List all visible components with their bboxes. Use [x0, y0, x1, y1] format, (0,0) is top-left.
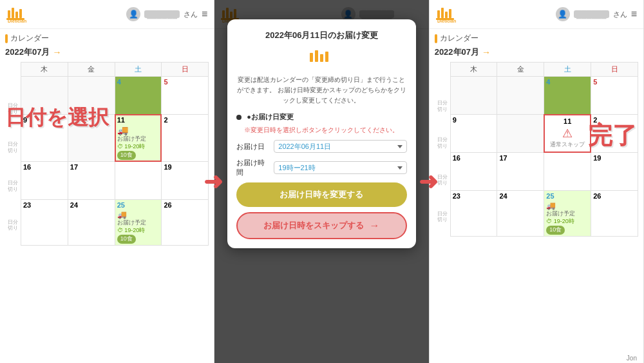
left-cell-4[interactable]: 4	[115, 77, 162, 114]
right-date-17: 17	[499, 154, 542, 162]
right-cal-header-sun: 日	[591, 63, 638, 76]
left-next-month-arrow[interactable]: →	[52, 47, 61, 57]
bottom-bar: Jon	[627, 355, 637, 362]
svg-rect-15	[325, 52, 328, 62]
left-cell-17[interactable]: 17	[68, 162, 115, 199]
dietician-logo-icon: Dietician	[6, 5, 27, 23]
svg-text:Dietician: Dietician	[437, 19, 456, 23]
left-cell-25[interactable]: 25 🚚 お届け予定 ⏱ 19-20時 10食	[115, 200, 162, 245]
right-date-11: 11	[545, 117, 589, 125]
skip-datetime-button[interactable]: お届け日時をスキップする →	[236, 212, 406, 239]
left-logo: Dietician	[6, 5, 27, 23]
left-date-24: 24	[70, 201, 113, 209]
left-hamburger-icon[interactable]: ≡	[202, 8, 207, 20]
left-user-name: ██████	[144, 10, 180, 18]
delivery-date-label: お届け日	[236, 142, 270, 152]
right-cell-4[interactable]: 4	[544, 77, 591, 114]
delivery-time-select[interactable]: 19時ー21時	[274, 161, 406, 174]
right-panel-content: カレンダー 2022年07月 → 日分切り 日分切り 日分切り 日分切り 木	[430, 29, 643, 363]
left-date-16: 16	[23, 163, 66, 171]
change-datetime-button[interactable]: お届け日時を変更する	[236, 182, 406, 207]
right-cell-26[interactable]: 26	[591, 191, 638, 236]
right-date-26: 26	[593, 192, 636, 200]
right-date-25: 25	[546, 192, 589, 200]
left-panel-content: カレンダー 2022年07月 → 日分切り 日分切り 日分切り 日分切り	[0, 29, 214, 363]
dialog-description: 変更は配送カレンダーの「変更締め切り日」まで行うことができます。 お届け日時変更…	[236, 75, 406, 106]
left-cell-24[interactable]: 24	[68, 200, 115, 245]
skip-button-label: お届け日時をスキップする	[263, 220, 364, 231]
left-cell-19[interactable]: 19	[162, 162, 208, 199]
left-scheduled-text: お届け予定	[117, 135, 146, 142]
right-annotation: 完了	[588, 119, 637, 152]
left-year-month-text: 2022年07月	[5, 46, 50, 58]
right-user-icon: 👤	[556, 7, 570, 21]
right-cal-header-thu: 木	[451, 63, 497, 76]
left-cal-main: 木 金 土 日 4 5	[21, 62, 209, 246]
right-cell-5[interactable]: 5	[591, 77, 638, 114]
right-date-19: 19	[593, 154, 636, 162]
right-cell-empty1	[451, 77, 497, 114]
svg-rect-12	[310, 53, 313, 62]
middle-panel: Dietician 👤 ██████ さん ≡ 2022年06月11日のお届け変…	[214, 0, 429, 363]
left-cell-16[interactable]: 16	[21, 162, 68, 199]
right-delivery-25: お届け予定 ⏱ 19-20時 10食	[546, 210, 589, 235]
left-truck-icon: 🚚	[117, 125, 160, 135]
right-cell-24[interactable]: 24	[497, 191, 544, 236]
left-cell-26[interactable]: 26	[162, 200, 208, 245]
left-panel: Dietician 👤 ██████ さん ≡ カレンダー 2022年07月 →	[0, 0, 214, 363]
right-panel: Dietician 👤 ██████ さん ≡ カレンダー 2022年07月 →…	[430, 0, 644, 363]
left-date-19: 19	[164, 163, 206, 171]
right-year-month-text: 2022年07月	[435, 46, 479, 58]
left-cell-12[interactable]: 2	[162, 115, 208, 161]
right-hamburger-icon[interactable]: ≡	[631, 8, 637, 20]
left-date-5: 5	[164, 78, 206, 86]
right-calendar-label: カレンダー	[440, 33, 478, 44]
left-cell-5[interactable]: 5	[162, 77, 208, 114]
right-cell-empty2	[497, 77, 544, 114]
left-cell-18[interactable]	[115, 162, 162, 199]
left-cal-grid: 木 金 土 日 4 5	[21, 62, 209, 246]
left-cell-23[interactable]: 23	[21, 200, 68, 245]
left-header-right: 👤 ██████ さん ≡	[126, 7, 207, 21]
right-cal-header-fri: 金	[497, 63, 544, 76]
svg-rect-16	[437, 10, 440, 18]
right-cell-18[interactable]	[544, 153, 591, 190]
right-cell-9[interactable]: 9	[451, 115, 497, 152]
left-cell-11[interactable]: 11 🚚 お届け予定 ⏱ 19-20時 10食	[115, 115, 162, 161]
right-cell-19[interactable]: 19	[591, 153, 638, 190]
left-scheduled-25: お届け予定	[117, 219, 146, 226]
left-time-11: ⏱ 19-20時	[117, 143, 146, 150]
right-cell-16[interactable]: 16	[451, 153, 497, 190]
right-date-16: 16	[453, 154, 495, 162]
right-cell-25[interactable]: 25 🚚 お届け予定 ⏱ 19-20時 10食	[544, 191, 591, 236]
left-date-26: 26	[164, 201, 206, 209]
delivery-date-select[interactable]: 2022年06月11日	[274, 140, 406, 153]
skip-button-arrow: →	[369, 220, 379, 231]
left-row-labels: 日分切り 日分切り 日分切り 日分切り	[5, 62, 21, 246]
dialog-radio-label: ●お届け日変更	[236, 112, 406, 122]
dialog-logo-icon	[308, 48, 334, 66]
left-cal-header-fri: 金	[68, 63, 115, 76]
svg-rect-0	[8, 10, 10, 18]
left-meals-11: 10食	[117, 151, 136, 160]
svg-rect-14	[320, 54, 323, 62]
left-annotation: 日付を選択	[5, 106, 109, 129]
dialog-box: 2022年06月11日のお届け変更 変更は配送カレンダーの「変更締め切り日」まで…	[227, 19, 415, 248]
right-cell-23[interactable]: 23	[451, 191, 497, 236]
left-year-month: 2022年07月 →	[5, 46, 209, 58]
svg-text:Dietician: Dietician	[8, 19, 26, 23]
svg-rect-18	[445, 12, 448, 18]
right-cell-11-skip[interactable]: 11 ⚠ 通常スキップ	[544, 115, 591, 152]
left-row-label-3: 日分切り	[5, 180, 21, 192]
right-cell-17[interactable]: 17	[497, 153, 544, 190]
left-user-icon: 👤	[126, 7, 140, 21]
right-row-label-1: 日分切り	[435, 100, 450, 112]
right-logo-icon: Dietician	[436, 5, 457, 23]
right-next-month-arrow[interactable]: →	[482, 47, 491, 57]
right-cal-header-sat: 土	[544, 63, 591, 76]
radio-text: ●お届け日変更	[247, 112, 294, 122]
left-truck-25: 🚚	[117, 210, 160, 219]
svg-rect-2	[15, 12, 18, 18]
dialog-logo-area	[236, 48, 406, 68]
right-date-24: 24	[499, 192, 542, 200]
